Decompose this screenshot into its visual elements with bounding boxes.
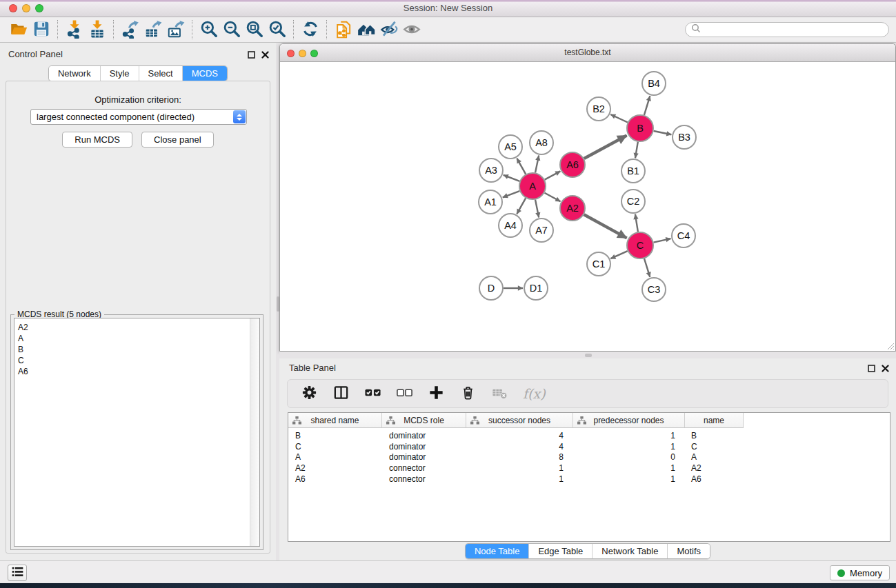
show-columns-button[interactable]	[332, 384, 350, 403]
close-panel-icon[interactable]	[882, 363, 889, 375]
birds-eye-view-button[interactable]	[400, 19, 423, 41]
graph-node-B3[interactable]: B3	[673, 125, 696, 149]
graph-edge-A-A4[interactable]	[517, 198, 526, 214]
zoom-in-button[interactable]	[197, 19, 220, 41]
clone-network-button[interactable]	[332, 19, 355, 41]
tab-mcds[interactable]: MCDS	[182, 66, 227, 81]
graph-node-D1[interactable]: D1	[524, 276, 548, 300]
mcds-result-item[interactable]: A2	[18, 322, 259, 333]
graph-node-B[interactable]: B	[627, 115, 653, 141]
graph-edge-C-C3[interactable]	[644, 258, 650, 277]
close-panel-button[interactable]: Close panel	[141, 132, 214, 148]
graph-node-A7[interactable]: A7	[530, 219, 553, 242]
mcds-result-item[interactable]: B	[18, 344, 259, 355]
mcds-result-list[interactable]: A2ABCA6	[14, 318, 260, 547]
column-header-mcds-role[interactable]: MCDS role	[382, 413, 466, 427]
mcds-result-item[interactable]: C	[18, 355, 259, 366]
import-network-button[interactable]	[63, 19, 86, 41]
network-close-button[interactable]	[287, 50, 295, 57]
tab-node-table[interactable]: Node Table	[466, 544, 529, 558]
delete-column-button[interactable]	[459, 384, 477, 403]
mcds-result-item[interactable]: A6	[18, 366, 259, 377]
network-overview-button[interactable]	[355, 19, 377, 41]
graph-edge-A-A2[interactable]	[545, 193, 561, 202]
panel-menu-button[interactable]	[8, 565, 27, 581]
close-window-button[interactable]	[9, 4, 17, 12]
graph-node-A6[interactable]: A6	[560, 152, 585, 177]
zoom-selected-button[interactable]	[266, 19, 288, 41]
column-header-name[interactable]: name	[685, 413, 744, 427]
graph-edge-B-B3[interactable]	[654, 131, 672, 134]
zoom-out-button[interactable]	[220, 19, 243, 41]
divider-grip[interactable]	[277, 296, 279, 312]
zoom-fit-button[interactable]	[243, 19, 266, 41]
tab-motifs[interactable]: Motifs	[667, 544, 710, 558]
tab-network[interactable]: Network	[49, 66, 100, 81]
table-row[interactable]: Cdominator41C	[288, 441, 890, 452]
save-session-button[interactable]	[30, 19, 52, 41]
tab-style[interactable]: Style	[100, 66, 139, 81]
graph-edge-B-B2[interactable]	[610, 114, 628, 123]
export-network-button[interactable]	[119, 19, 141, 41]
network-canvas[interactable]: B4B2BB3A5A8A6A3B1AA1C2A2A4A7C4CC1C3DD1	[280, 62, 895, 351]
select-all-columns-button[interactable]	[364, 384, 381, 403]
graph-node-C1[interactable]: C1	[587, 252, 610, 276]
tab-network-table[interactable]: Network Table	[592, 544, 667, 558]
function-builder-button[interactable]: f(x)	[523, 386, 546, 401]
graph-edge-C-C2[interactable]	[635, 214, 638, 232]
graph-node-A5[interactable]: A5	[499, 135, 522, 159]
float-panel-icon[interactable]	[248, 49, 255, 61]
graph-node-A[interactable]: A	[519, 173, 546, 199]
tab-select[interactable]: Select	[139, 66, 182, 81]
search-input[interactable]	[701, 25, 884, 34]
graph-edge-A-A7[interactable]	[535, 200, 539, 218]
graph-node-A3[interactable]: A3	[479, 159, 503, 182]
table-row[interactable]: Bdominator41B	[288, 430, 890, 441]
network-window-titlebar[interactable]: testGlobe.txt	[280, 44, 895, 62]
refresh-button[interactable]	[299, 19, 321, 41]
table-row[interactable]: Adominator80A	[288, 452, 890, 463]
graph-node-B1[interactable]: B1	[621, 159, 645, 183]
graph-edge-A-A6[interactable]	[545, 171, 561, 179]
close-panel-icon[interactable]	[261, 49, 269, 61]
delete-table-button[interactable]	[491, 384, 508, 403]
network-graph[interactable]: B4B2BB3A5A8A6A3B1AA1C2A2A4A7C4CC1C3DD1	[280, 62, 895, 352]
float-panel-icon[interactable]	[868, 363, 875, 375]
hide-graphics-details-button[interactable]	[377, 19, 400, 41]
graph-edge-A6-B[interactable]	[584, 136, 627, 159]
resize-grip-icon[interactable]	[886, 341, 895, 350]
table-row[interactable]: A6connector11A6	[288, 474, 890, 485]
export-table-button[interactable]	[141, 19, 164, 41]
graph-edge-A-A3[interactable]	[504, 175, 520, 181]
create-column-button[interactable]	[428, 384, 445, 403]
graph-node-C4[interactable]: C4	[672, 224, 695, 247]
graph-edge-A2-C[interactable]	[584, 214, 627, 238]
graph-node-A2[interactable]: A2	[560, 196, 585, 221]
tab-edge-table[interactable]: Edge Table	[528, 544, 592, 558]
graph-node-A8[interactable]: A8	[530, 131, 553, 154]
column-header-shared-name[interactable]: shared name	[288, 413, 382, 427]
graph-edge-B-B1[interactable]	[635, 142, 638, 159]
import-table-button[interactable]	[86, 19, 108, 41]
list-scrollbar[interactable]	[250, 318, 259, 546]
graph-edge-C-C1[interactable]	[610, 251, 628, 258]
node-table[interactable]: shared name MCDS role successor nodes pr…	[288, 412, 890, 542]
open-session-button[interactable]	[7, 19, 30, 41]
graph-node-A4[interactable]: A4	[499, 214, 522, 237]
memory-button[interactable]: Memory	[830, 565, 890, 580]
graph-edge-B-B4[interactable]	[644, 96, 650, 115]
search-field[interactable]	[685, 22, 889, 37]
graph-edge-A-A1[interactable]	[503, 191, 520, 197]
graph-node-C[interactable]: C	[627, 232, 653, 258]
graph-edge-A-A8[interactable]	[535, 156, 539, 173]
graph-edge-C-C4[interactable]	[654, 239, 671, 243]
graph-edge-A-A5[interactable]	[517, 159, 526, 174]
criterion-select[interactable]: largest connected component (directed)	[30, 109, 247, 125]
graph-node-B4[interactable]: B4	[642, 72, 666, 95]
table-settings-button[interactable]	[301, 384, 318, 403]
column-header-predecessor-nodes[interactable]: predecessor nodes	[573, 413, 685, 427]
network-zoom-button[interactable]	[310, 50, 318, 57]
zoom-window-button[interactable]	[35, 4, 43, 12]
graph-node-C3[interactable]: C3	[642, 278, 666, 301]
graph-node-B2[interactable]: B2	[587, 97, 610, 121]
